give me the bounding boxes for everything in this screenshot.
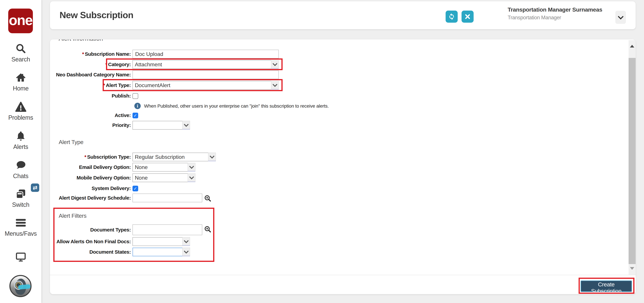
scroll-down-arrow-icon[interactable] xyxy=(630,267,634,270)
category-value: Attachment xyxy=(132,60,271,69)
chevron-down-icon xyxy=(189,164,194,169)
active-row: Active: ✓ xyxy=(50,112,138,118)
user-avatar[interactable] xyxy=(10,275,32,297)
close-button[interactable] xyxy=(462,11,474,23)
chevron-down-icon xyxy=(210,154,214,159)
select-dropdown-button[interactable] xyxy=(182,237,190,246)
document-states-row: Document States: xyxy=(50,248,190,256)
chevron-down-icon xyxy=(272,61,278,66)
email-delivery-select[interactable]: None xyxy=(132,163,196,172)
priority-select[interactable] xyxy=(132,121,190,130)
sidebar: one Search Home Problems Alerts Chats xyxy=(0,0,42,303)
bell-icon xyxy=(0,130,42,142)
swap-arrows-icon: ⇄ xyxy=(33,184,38,191)
sidebar-item-display[interactable] xyxy=(0,251,42,263)
scrollbar-thumb[interactable] xyxy=(628,58,636,264)
select-dropdown-button[interactable] xyxy=(188,163,196,172)
subscription-type-label: *Subscription Type: xyxy=(50,153,132,161)
priority-row: Priority: xyxy=(50,121,190,130)
sidebar-item-search[interactable]: Search xyxy=(0,43,42,63)
document-states-select[interactable] xyxy=(132,248,190,256)
document-types-input[interactable] xyxy=(132,224,202,235)
chevron-down-icon xyxy=(184,122,189,127)
alert-type-label: *Alert Type: xyxy=(50,81,132,90)
zoom-lookup-icon[interactable] xyxy=(204,225,211,233)
create-subscription-button[interactable]: Create Subscription xyxy=(580,280,632,292)
active-checkbox[interactable]: ✓ xyxy=(132,113,138,118)
subscription-name-row: *Subscription Name: xyxy=(50,50,279,58)
select-dropdown-button[interactable] xyxy=(208,153,216,161)
publish-checkbox[interactable] xyxy=(132,93,138,99)
user-name: Transportation Manager Surnameas xyxy=(508,6,615,13)
system-delivery-checkbox[interactable]: ✓ xyxy=(132,186,138,191)
checkmark-icon: ✓ xyxy=(134,113,137,118)
clipped-section-title: Alert Information xyxy=(59,40,176,42)
page-header: New Subscription Transportation Manager … xyxy=(50,1,636,29)
category-select[interactable]: Attachment xyxy=(132,60,279,69)
sidebar-label: Home xyxy=(0,85,42,92)
monitor-icon xyxy=(0,251,42,263)
subscription-type-value: Regular Subscription xyxy=(132,153,208,161)
one-logo[interactable]: one xyxy=(8,9,33,33)
alert-digest-input[interactable] xyxy=(132,194,202,202)
required-marker: * xyxy=(103,82,105,88)
subscription-name-input[interactable] xyxy=(132,50,279,58)
scroll-up-arrow-icon[interactable] xyxy=(630,45,634,48)
chevron-down-icon xyxy=(184,238,189,243)
page-title: New Subscription xyxy=(60,10,133,20)
sidebar-item-menus-favs[interactable]: Menus/Favs xyxy=(0,217,42,237)
subscription-type-select[interactable]: Regular Subscription xyxy=(132,153,216,161)
select-dropdown-button[interactable] xyxy=(271,60,279,69)
sidebar-item-chats[interactable]: Chats xyxy=(0,159,42,180)
chevron-down-icon xyxy=(184,249,189,254)
document-types-label: Document Types: xyxy=(50,224,132,235)
email-delivery-value: None xyxy=(132,163,188,172)
subscription-form-card: Alert Information *Subscription Name: *C… xyxy=(50,40,636,294)
sidebar-item-home[interactable]: Home xyxy=(0,72,42,92)
avatar-visor xyxy=(18,284,31,289)
switch-badge[interactable]: ⇄ xyxy=(31,183,39,192)
zoom-lookup-icon[interactable] xyxy=(204,195,211,202)
document-states-label: Document States: xyxy=(50,248,132,256)
alert-filters-section-heading: Alert Filters xyxy=(59,212,86,219)
sidebar-item-switch[interactable]: ⇄ Switch xyxy=(0,188,42,208)
allow-alerts-row: Allow Alerts On Non Final Docs: xyxy=(50,237,190,246)
allow-alerts-label: Allow Alerts On Non Final Docs: xyxy=(50,237,132,246)
sidebar-item-problems[interactable]: Problems xyxy=(0,101,42,121)
select-dropdown-button[interactable] xyxy=(271,81,279,90)
select-dropdown-button[interactable] xyxy=(182,248,190,256)
chat-bubble-icon xyxy=(0,159,42,171)
mobile-delivery-select[interactable]: None xyxy=(132,173,196,182)
sidebar-item-alerts[interactable]: Alerts xyxy=(0,130,42,150)
required-marker: * xyxy=(82,51,84,57)
alert-type-value: DocumentAlert xyxy=(132,81,271,90)
neo-dashboard-category-input[interactable] xyxy=(132,70,279,79)
allow-alerts-value xyxy=(132,237,182,246)
active-label: Active: xyxy=(50,112,132,118)
checkmark-icon: ✓ xyxy=(134,186,137,191)
priority-value xyxy=(132,121,182,130)
home-icon xyxy=(0,72,42,84)
allow-alerts-select[interactable] xyxy=(132,237,190,246)
alert-digest-label: Alert Digest Delivery Schedule: xyxy=(50,194,132,202)
publish-info-row: i When Published, other users in your en… xyxy=(134,103,329,109)
select-dropdown-button[interactable] xyxy=(182,121,190,130)
publish-label: Publish: xyxy=(50,93,132,99)
document-types-row: Document Types: xyxy=(50,224,211,235)
sidebar-label: Menus/Favs xyxy=(0,230,42,237)
hamburger-menu-icon xyxy=(0,217,42,229)
vertical-scrollbar[interactable] xyxy=(628,40,636,275)
category-label: *Category: xyxy=(50,60,132,69)
system-delivery-label: System Delivery: xyxy=(50,185,132,191)
alert-type-row: *Alert Type: DocumentAlert xyxy=(50,81,279,90)
select-dropdown-button[interactable] xyxy=(188,173,196,182)
chevron-down-icon xyxy=(189,174,194,179)
alert-type-select[interactable]: DocumentAlert xyxy=(132,81,279,90)
sidebar-label: Chats xyxy=(0,173,42,180)
sidebar-label: Problems xyxy=(0,114,42,121)
refresh-button[interactable] xyxy=(446,11,458,23)
system-delivery-row: System Delivery: ✓ xyxy=(50,185,138,191)
user-menu-button[interactable] xyxy=(615,11,626,24)
switch-windows-icon: ⇄ xyxy=(0,188,42,200)
alert-type-section-heading: Alert Type xyxy=(59,139,83,145)
